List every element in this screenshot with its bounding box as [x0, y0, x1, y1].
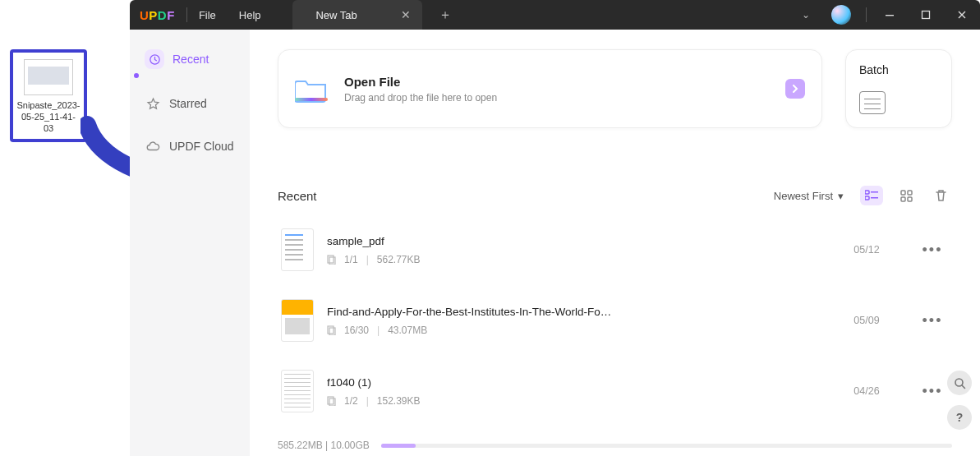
titlebar-separator [866, 7, 867, 22]
window-close-button[interactable] [944, 0, 980, 30]
file-list: sample_pdf 1/1 | 562.77KB 05/12 ••• [278, 217, 952, 424]
batch-title: Batch [859, 63, 938, 76]
svg-rect-11 [901, 197, 905, 201]
file-more-button[interactable]: ••• [916, 242, 949, 259]
open-file-card[interactable]: Open File Drag and drop the file here to… [278, 49, 822, 128]
svg-rect-4 [295, 98, 328, 101]
menu-file[interactable]: File [199, 9, 216, 21]
desktop-file-name: Snipaste_2023-05-25_11-41-03 [16, 100, 80, 134]
desktop-file-icon[interactable]: Snipaste_2023-05-25_11-41-03 [10, 49, 87, 142]
storage-progress [381, 444, 952, 448]
sidebar-item-cloud[interactable]: UPDF Cloud [138, 133, 242, 159]
file-size: 562.77KB [377, 254, 421, 265]
storage-bar: 585.22MB | 10.00GB [278, 440, 952, 451]
file-info: Find-and-Apply-For-the-Best-Institutes-I… [327, 306, 817, 336]
clock-icon [145, 49, 164, 69]
file-meta: 16/30 | 43.07MB [327, 325, 817, 336]
file-more-button[interactable]: ••• [916, 383, 949, 400]
main-area: Open File Drag and drop the file here to… [250, 30, 980, 456]
chevron-down-icon: ▾ [838, 190, 844, 202]
app-body: Recent Starred UPDF Cloud [130, 30, 980, 456]
svg-rect-7 [865, 196, 869, 200]
star-icon [145, 95, 161, 112]
recent-header: Recent Newest First ▾ [278, 186, 952, 205]
help-icon: ? [956, 411, 964, 424]
sort-dropdown[interactable]: Newest First ▾ [774, 190, 844, 202]
svg-rect-2 [922, 12, 930, 19]
pages-icon [327, 255, 336, 265]
file-date: 05/09 [817, 315, 916, 326]
file-more-button[interactable]: ••• [916, 312, 949, 329]
file-pages: 1/1 [344, 254, 358, 265]
window-minimize-button[interactable] [872, 0, 908, 30]
svg-rect-9 [901, 191, 905, 195]
open-file-subtitle: Drag and drop the file here to open [344, 92, 497, 104]
sidebar-item-recent[interactable]: Recent [138, 44, 242, 74]
file-row[interactable]: f1040 (1) 1/2 | 152.39KB 04/26 ••• [278, 358, 952, 424]
titlebar: UPDF File Help New Tab ✕ ＋ ⌄ [130, 0, 980, 30]
file-row[interactable]: Find-and-Apply-For-the-Best-Institutes-I… [278, 288, 952, 353]
tab-new-tab[interactable]: New Tab ✕ [292, 0, 422, 30]
sidebar-item-label: Starred [169, 97, 207, 110]
delete-button[interactable] [929, 186, 952, 205]
file-thumbnail [281, 299, 314, 342]
app-logo: UPDF [140, 8, 175, 22]
batch-card[interactable]: Batch [845, 49, 952, 128]
file-name: Find-and-Apply-For-the-Best-Institutes-I… [327, 306, 614, 318]
open-file-text: Open File Drag and drop the file here to… [344, 75, 497, 104]
svg-rect-10 [908, 191, 912, 195]
svg-rect-8 [871, 197, 878, 199]
file-pages: 16/30 [344, 325, 369, 336]
file-info: sample_pdf 1/1 | 562.77KB [327, 235, 817, 265]
tabs-dropdown-icon[interactable]: ⌄ [790, 9, 821, 21]
file-thumbnail [281, 228, 314, 271]
new-tab-button[interactable]: ＋ [439, 7, 452, 24]
search-fab[interactable] [947, 371, 972, 395]
file-date: 04/26 [817, 385, 916, 397]
sidebar-item-label: Recent [173, 53, 209, 66]
svg-rect-16 [329, 328, 335, 335]
user-avatar[interactable] [831, 5, 851, 25]
file-thumbnail [281, 370, 314, 412]
svg-rect-5 [865, 191, 869, 194]
titlebar-separator [186, 7, 187, 22]
help-fab[interactable]: ? [947, 405, 972, 430]
top-cards-row: Open File Drag and drop the file here to… [278, 49, 952, 128]
desktop-file-thumbnail [24, 59, 73, 95]
folder-icon [295, 75, 328, 103]
sidebar-item-starred[interactable]: Starred [138, 90, 242, 117]
window-controls [872, 0, 980, 30]
svg-rect-12 [908, 197, 912, 201]
meta-separator: | [366, 254, 369, 265]
svg-rect-15 [328, 326, 334, 334]
meta-separator: | [366, 395, 369, 407]
titlebar-right: ⌄ [790, 0, 980, 30]
svg-rect-13 [328, 256, 334, 263]
view-grid-button[interactable] [895, 186, 918, 205]
view-list-button[interactable] [860, 186, 883, 205]
view-toggle-group [860, 186, 952, 205]
tab-title: New Tab [304, 9, 370, 21]
app-window: UPDF File Help New Tab ✕ ＋ ⌄ [130, 0, 980, 456]
sidebar-item-label: UPDF Cloud [169, 140, 234, 153]
cloud-icon [145, 138, 161, 154]
file-info: f1040 (1) 1/2 | 152.39KB [327, 376, 817, 407]
meta-separator: | [377, 325, 380, 336]
file-name: f1040 (1) [327, 376, 614, 389]
sort-label: Newest First [774, 190, 833, 202]
pages-icon [327, 396, 336, 406]
file-row[interactable]: sample_pdf 1/1 | 562.77KB 05/12 ••• [278, 217, 952, 283]
sidebar: Recent Starred UPDF Cloud [130, 30, 250, 456]
recent-section-title: Recent [278, 189, 317, 203]
pages-icon [327, 325, 336, 335]
tab-close-icon[interactable]: ✕ [401, 8, 411, 21]
file-size: 43.07MB [388, 325, 427, 336]
file-pages: 1/2 [344, 395, 358, 407]
svg-rect-18 [329, 398, 335, 406]
menu-help[interactable]: Help [239, 9, 261, 21]
storage-text: 585.22MB | 10.00GB [278, 440, 370, 451]
svg-rect-17 [328, 397, 334, 404]
file-meta: 1/1 | 562.77KB [327, 254, 817, 265]
window-maximize-button[interactable] [908, 0, 944, 30]
sidebar-active-indicator [134, 73, 139, 78]
